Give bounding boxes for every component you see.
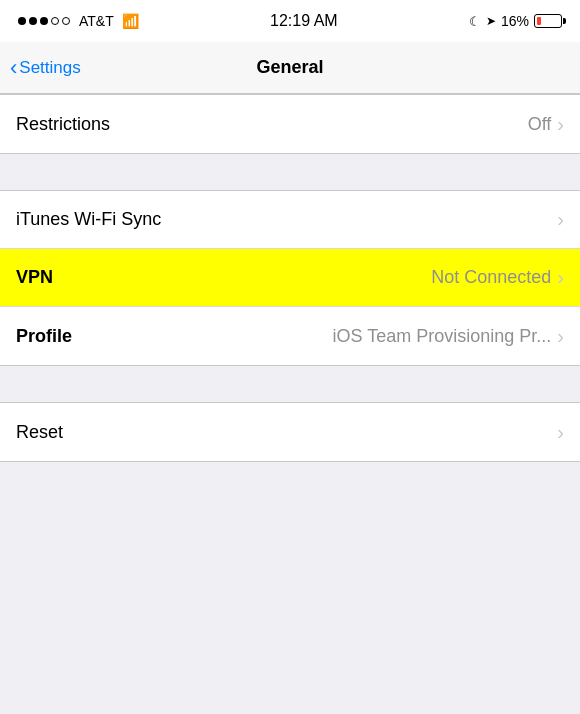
dot-5: [62, 17, 70, 25]
profile-chevron-icon: ›: [557, 325, 564, 348]
nav-title: General: [256, 57, 323, 78]
status-time: 12:19 AM: [270, 12, 338, 30]
vpn-label: VPN: [16, 267, 53, 288]
restrictions-chevron-icon: ›: [557, 113, 564, 136]
dot-4: [51, 17, 59, 25]
section-reset: Reset ›: [0, 402, 580, 462]
vpn-right: Not Connected ›: [431, 266, 564, 289]
vpn-chevron-icon: ›: [557, 266, 564, 289]
itunes-wifi-sync-label: iTunes Wi-Fi Sync: [16, 209, 161, 230]
reset-cell[interactable]: Reset ›: [0, 403, 580, 461]
section-general-options: iTunes Wi-Fi Sync › VPN Not Connected › …: [0, 190, 580, 366]
signal-dots: [18, 17, 70, 25]
back-label: Settings: [19, 58, 80, 78]
restrictions-label: Restrictions: [16, 114, 110, 135]
status-bar: AT&T 📶 12:19 AM ☾ ➤ 16%: [0, 0, 580, 42]
moon-icon: ☾: [469, 14, 481, 29]
restrictions-right: Off ›: [528, 113, 564, 136]
content: Restrictions Off › iTunes Wi-Fi Sync › V…: [0, 94, 580, 498]
battery-fill: [537, 17, 541, 25]
itunes-chevron-icon: ›: [557, 208, 564, 231]
reset-right: ›: [557, 421, 564, 444]
battery-icon: [534, 14, 562, 28]
carrier-label: AT&T: [79, 13, 114, 29]
section-restrictions: Restrictions Off ›: [0, 94, 580, 154]
reset-chevron-icon: ›: [557, 421, 564, 444]
profile-value: iOS Team Provisioning Pr...: [333, 326, 552, 347]
restrictions-value: Off: [528, 114, 552, 135]
section-divider-1: [0, 154, 580, 190]
profile-label: Profile: [16, 326, 72, 347]
battery-percent: 16%: [501, 13, 529, 29]
section-divider-3: [0, 462, 580, 498]
nav-bar: ‹ Settings General: [0, 42, 580, 94]
profile-right: iOS Team Provisioning Pr... ›: [333, 325, 564, 348]
itunes-wifi-sync-cell[interactable]: iTunes Wi-Fi Sync ›: [0, 191, 580, 249]
location-icon: ➤: [486, 14, 496, 28]
reset-label: Reset: [16, 422, 63, 443]
dot-1: [18, 17, 26, 25]
status-left: AT&T 📶: [18, 13, 139, 29]
vpn-value: Not Connected: [431, 267, 551, 288]
wifi-icon: 📶: [122, 13, 139, 29]
itunes-wifi-sync-right: ›: [557, 208, 564, 231]
restrictions-cell[interactable]: Restrictions Off ›: [0, 95, 580, 153]
dot-2: [29, 17, 37, 25]
profile-cell[interactable]: Profile iOS Team Provisioning Pr... ›: [0, 307, 580, 365]
dot-3: [40, 17, 48, 25]
section-divider-2: [0, 366, 580, 402]
status-right: ☾ ➤ 16%: [469, 13, 562, 29]
back-chevron-icon: ‹: [10, 57, 17, 79]
vpn-cell[interactable]: VPN Not Connected ›: [0, 249, 580, 307]
back-button[interactable]: ‹ Settings: [10, 57, 81, 79]
